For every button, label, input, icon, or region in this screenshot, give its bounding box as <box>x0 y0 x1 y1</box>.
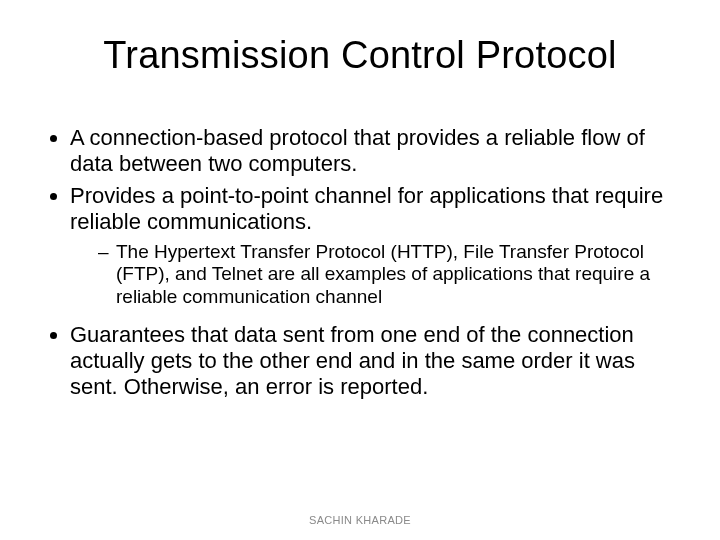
bullet-item: Guarantees that data sent from one end o… <box>70 322 676 400</box>
slide: Transmission Control Protocol A connecti… <box>0 0 720 400</box>
bullet-item: Provides a point-to-point channel for ap… <box>70 183 676 308</box>
sub-bullet-item: The Hypertext Transfer Protocol (HTTP), … <box>98 241 676 308</box>
bullet-list: A connection-based protocol that provide… <box>44 125 676 400</box>
bullet-item: A connection-based protocol that provide… <box>70 125 676 177</box>
sub-bullet-list: The Hypertext Transfer Protocol (HTTP), … <box>70 241 676 308</box>
footer-author: SACHIN KHARADE <box>0 514 720 526</box>
bullet-text: Provides a point-to-point channel for ap… <box>70 183 663 234</box>
slide-title: Transmission Control Protocol <box>44 34 676 77</box>
